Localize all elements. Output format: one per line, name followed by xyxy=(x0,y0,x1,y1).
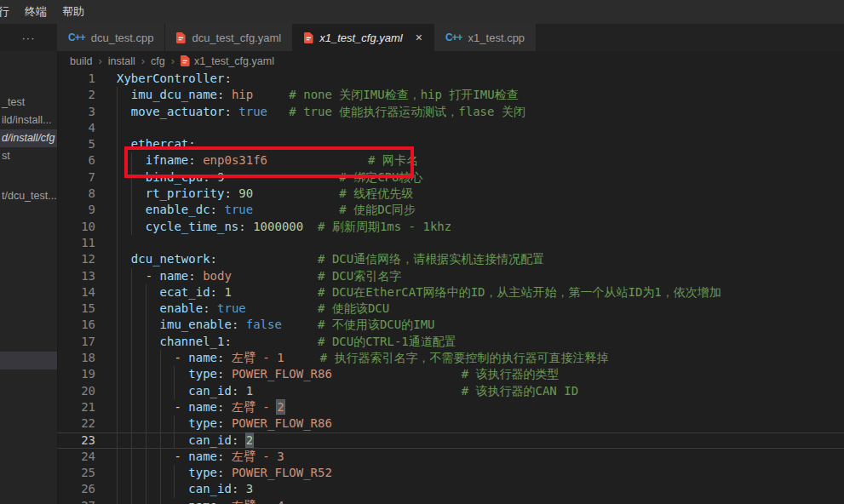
tab-list: C++dcu_test.cppdcu_test_cfg.yamlx1_test_… xyxy=(57,24,844,51)
menu-item-1[interactable]: 终端 xyxy=(17,0,55,24)
token-p: : xyxy=(210,252,217,266)
token-s: 左臂 - 3 xyxy=(232,450,284,463)
sidebar-item[interactable] xyxy=(0,352,58,369)
code-content: channel_1: # DCU的CTRL-1通道配置 xyxy=(117,334,844,350)
code-line-6[interactable]: 6 ifname: enp0s31f6 # 网卡名 xyxy=(57,152,844,169)
line-number: 27 xyxy=(57,498,95,504)
token-s: 左臂 - 4 xyxy=(232,499,284,504)
tab-dcu_test.cpp[interactable]: C++dcu_test.cpp xyxy=(57,24,165,51)
code-line-17[interactable]: 17 channel_1: # DCU的CTRL-1通道配置 xyxy=(57,334,844,350)
code-line-20[interactable]: 20 can_id: 1 # 该执行器的CAN ID xyxy=(57,383,844,399)
code-line-11[interactable]: 11 xyxy=(57,235,844,251)
close-icon[interactable]: × xyxy=(416,32,422,43)
token-p: : xyxy=(224,105,231,118)
token-k: channel_1 xyxy=(160,335,225,348)
line-number: 26 xyxy=(57,481,95,497)
line-number: 14 xyxy=(57,284,95,301)
code-line-18[interactable]: 18 - name: 左臂 - 1 # 执行器索引名字，不需要控制的执行器可直接… xyxy=(57,350,844,366)
token-w xyxy=(224,88,231,101)
menu-item-0[interactable]: 行 xyxy=(0,0,17,24)
token-k: can_id xyxy=(188,384,232,398)
sidebar-item[interactable]: _test xyxy=(0,94,58,112)
token-p: : xyxy=(188,137,195,151)
token-p: : xyxy=(203,301,210,315)
tab-x1_test.cpp[interactable]: C++x1_test.cpp xyxy=(434,24,537,51)
token-w xyxy=(224,170,339,184)
code-line-10[interactable]: 10 cycle_time_ns: 1000000 # 刷新周期1ms - 1k… xyxy=(57,219,844,235)
more-actions-icon[interactable]: ··· xyxy=(0,24,57,51)
tab-bar: ··· C++dcu_test.cppdcu_test_cfg.yamlx1_t… xyxy=(0,24,844,51)
code-content xyxy=(117,235,844,251)
sidebar-item[interactable]: d/install/cfg xyxy=(0,129,58,147)
token-w xyxy=(117,433,188,447)
token-w xyxy=(232,285,318,299)
code-line-21[interactable]: 21 - name: 左臂 - 2 xyxy=(57,399,844,415)
token-w xyxy=(117,416,188,430)
token-c: # 网卡名 xyxy=(368,153,418,167)
tab-dcu_test_cfg.yaml[interactable]: dcu_test_cfg.yaml xyxy=(165,24,293,51)
breadcrumb: build›install›cfg›x1_test_cfg.yaml xyxy=(57,51,844,71)
code-line-23[interactable]: 23 can_id: 2 xyxy=(57,432,844,449)
token-b: true xyxy=(238,105,267,118)
occurrence-highlight: 2 xyxy=(246,433,253,447)
editor[interactable]: 1XyberController:2 imu_dcu_name: hip # n… xyxy=(57,71,844,504)
line-number: 3 xyxy=(57,104,95,120)
token-s: 左臂 - 1 xyxy=(232,351,284,364)
code-line-26[interactable]: 26 can_id: 3 xyxy=(57,481,844,497)
token-k: name xyxy=(188,499,217,504)
code-line-8[interactable]: 8 rt_priority: 90 # 线程优先级 xyxy=(57,186,844,202)
sidebar-item[interactable]: t/dcu_test... xyxy=(0,187,58,205)
code-line-22[interactable]: 22 type: POWER_FLOW_R86 xyxy=(57,415,844,432)
line-number: 5 xyxy=(57,136,95,152)
token-k: move_actuator xyxy=(131,105,225,118)
token-w xyxy=(224,400,231,414)
code-line-25[interactable]: 25 type: POWER_FLOW_R52 xyxy=(57,465,844,481)
code-line-3[interactable]: 3 move_actuator: true # true 使能执行器运动测试，f… xyxy=(57,104,844,120)
indent-guide xyxy=(117,235,118,251)
token-w xyxy=(117,105,131,118)
code-line-27[interactable]: 27 - name: 左臂 - 4 xyxy=(57,498,844,504)
token-b: true xyxy=(217,301,246,315)
breadcrumb-item-cfg[interactable]: cfg xyxy=(151,55,165,67)
token-w xyxy=(117,203,146,216)
code-content: enable_dc: true # 使能DC同步 xyxy=(117,202,844,218)
line-number: 15 xyxy=(57,301,95,317)
breadcrumb-item-install[interactable]: install xyxy=(108,55,135,67)
code-line-1[interactable]: 1XyberController: xyxy=(57,71,844,87)
code-line-9[interactable]: 9 enable_dc: true # 使能DC同步 xyxy=(57,202,844,218)
token-k: can_id xyxy=(188,482,232,495)
code-line-13[interactable]: 13 - name: body # DCU索引名字 xyxy=(57,268,844,284)
breadcrumb-item-build[interactable]: build xyxy=(70,55,92,67)
breadcrumb-item-x1_test_cfg.yaml[interactable]: x1_test_cfg.yaml xyxy=(181,55,274,67)
breadcrumb-label: install xyxy=(108,55,135,67)
line-number: 25 xyxy=(57,465,95,481)
token-w xyxy=(117,318,160,331)
token-w xyxy=(117,400,174,414)
token-w xyxy=(303,220,318,233)
tab-x1_test_cfg.yaml[interactable]: x1_test_cfg.yaml× xyxy=(293,24,434,51)
code-line-12[interactable]: 12 dcu_network: # DCU通信网络，请根据实机连接情况配置 xyxy=(57,251,844,267)
code-line-4[interactable]: 4 xyxy=(57,120,844,136)
token-c: # 绑定CPU核心 xyxy=(339,170,422,184)
token-w xyxy=(117,170,146,184)
indent-guide xyxy=(117,120,118,136)
code-line-19[interactable]: 19 type: POWER_FLOW_R86 # 该执行器的类型 xyxy=(57,366,844,382)
code-line-16[interactable]: 16 imu_enable: false # 不使用该DCU的IMU xyxy=(57,317,844,333)
code-line-14[interactable]: 14 ecat_id: 1 # DCU在EtherCAT网络中的ID，从主站开始… xyxy=(57,284,844,301)
token-p: : xyxy=(238,220,245,233)
code-content: type: POWER_FLOW_R86 # 该执行器的类型 xyxy=(117,366,844,382)
token-k: XyberController xyxy=(117,72,224,85)
code-line-7[interactable]: 7 bind_cpu: 9 # 绑定CPU核心 xyxy=(57,169,844,186)
code-line-24[interactable]: 24 - name: 左臂 - 3 xyxy=(57,449,844,465)
code-content: ecat_id: 1 # DCU在EtherCAT网络中的ID，从主站开始，第一… xyxy=(117,284,844,301)
code-line-15[interactable]: 15 enable: true # 使能该DCU xyxy=(57,301,844,317)
code-line-2[interactable]: 2 imu_dcu_name: hip # none 关闭IMU检查，hip 打… xyxy=(57,87,844,103)
code-line-5[interactable]: 5 ethercat: xyxy=(57,136,844,152)
token-c: # 该执行器的CAN ID xyxy=(462,384,578,398)
token-k: ethercat xyxy=(131,137,188,151)
token-k: can_id xyxy=(188,433,232,447)
token-w xyxy=(117,482,188,495)
menu-item-2[interactable]: 帮助 xyxy=(55,0,92,24)
sidebar-item[interactable]: ild/install... xyxy=(0,112,58,129)
sidebar-item[interactable]: st xyxy=(0,147,58,165)
